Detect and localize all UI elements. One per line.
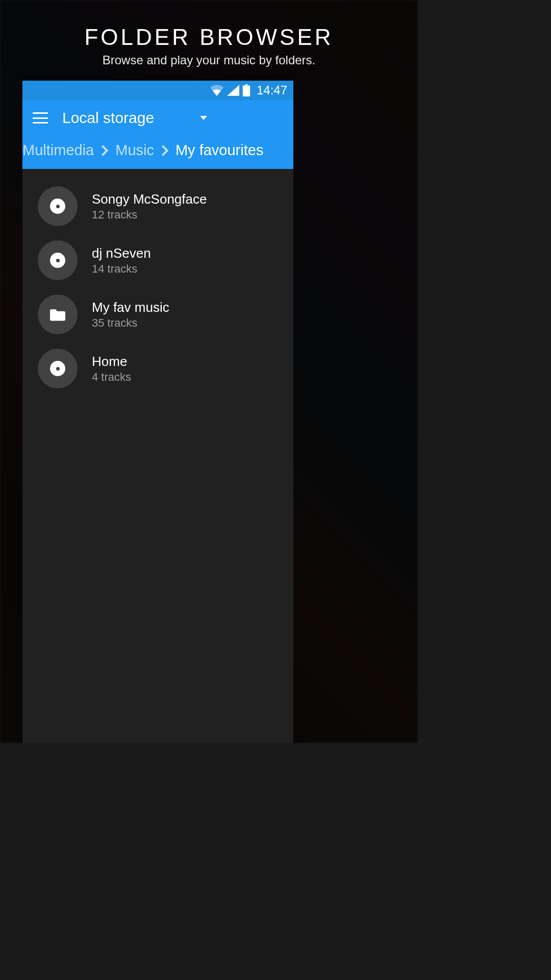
storage-selector[interactable]: Local storage [62, 109, 207, 127]
list-item-title: Home [92, 354, 131, 370]
hamburger-icon[interactable] [33, 112, 48, 124]
list-item-title: Songy McSongface [92, 191, 207, 207]
chevron-right-icon [101, 145, 108, 156]
disc-icon [38, 186, 78, 226]
list-item-text: Songy McSongface 12 tracks [92, 191, 207, 222]
signal-icon [227, 85, 239, 96]
breadcrumb: Multimedia Music My favourites [22, 134, 293, 169]
phone-screenshot: 14:47 Local storage Multimedia Music My … [22, 81, 293, 743]
list-item[interactable]: My fav music 35 tracks [22, 287, 293, 341]
svg-rect-1 [245, 84, 248, 85]
chevron-right-icon [161, 145, 168, 156]
list-item[interactable]: Songy McSongface 12 tracks [22, 179, 293, 233]
list-item-subtitle: 4 tracks [92, 371, 131, 384]
breadcrumb-item-favourites[interactable]: My favourites [176, 142, 263, 159]
breadcrumb-item-multimedia[interactable]: Multimedia [22, 142, 94, 159]
wifi-icon [210, 85, 224, 96]
list-item-subtitle: 35 tracks [92, 316, 169, 330]
list-item[interactable]: Home 4 tracks [22, 341, 293, 396]
list-item-subtitle: 14 tracks [92, 262, 151, 276]
chevron-down-icon [200, 116, 207, 120]
svg-rect-0 [243, 85, 250, 96]
storage-label: Local storage [62, 109, 154, 127]
status-time: 14:47 [257, 83, 287, 97]
folder-list: Songy McSongface 12 tracks dj nSeven 14 … [22, 169, 293, 396]
status-bar: 14:47 [22, 81, 293, 100]
breadcrumb-item-music[interactable]: Music [115, 142, 154, 159]
list-item-text: Home 4 tracks [92, 354, 131, 384]
list-item[interactable]: dj nSeven 14 tracks [22, 233, 293, 287]
promo-subtitle: Browse and play your music by folders. [0, 53, 418, 67]
folder-icon [38, 295, 78, 334]
battery-icon [242, 84, 251, 96]
list-item-title: dj nSeven [92, 246, 151, 261]
promo-header: FOLDER BROWSER Browse and play your musi… [0, 24, 418, 67]
list-item-title: My fav music [92, 300, 169, 315]
disc-icon [38, 240, 78, 280]
list-item-text: dj nSeven 14 tracks [92, 246, 151, 276]
promo-title: FOLDER BROWSER [0, 24, 418, 50]
disc-icon [38, 349, 78, 388]
list-item-text: My fav music 35 tracks [92, 300, 169, 330]
app-bar: Local storage [22, 100, 293, 134]
list-item-subtitle: 12 tracks [92, 208, 207, 222]
